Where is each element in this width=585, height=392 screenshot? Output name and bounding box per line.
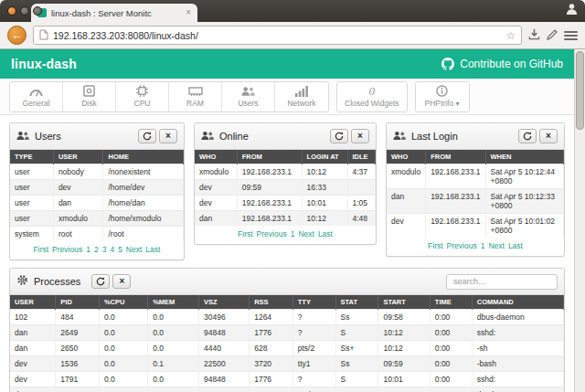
toolbar-button-phpinfo[interactable]: PHPInfo ▾ bbox=[416, 82, 469, 111]
column-header: HOME bbox=[103, 150, 184, 164]
table-cell: 4:37 bbox=[347, 164, 376, 180]
pagination-link[interactable]: 2 bbox=[94, 245, 99, 254]
table-cell: 192.168.233.1 bbox=[237, 164, 302, 180]
pagination-link[interactable]: First bbox=[428, 241, 443, 250]
window-maximize-button[interactable] bbox=[33, 6, 42, 16]
pagination-link[interactable]: Last bbox=[508, 241, 523, 250]
close-button[interactable]: × bbox=[159, 129, 177, 143]
table-row: dan26500.00.04440628pts/2Ss+10:120:00-sh bbox=[10, 341, 564, 356]
table-cell: /nonexistent bbox=[103, 164, 184, 180]
widget-users: Users × TYPEUSERHOMEusernobody/nonexiste… bbox=[9, 122, 185, 260]
tab-close-icon[interactable]: × bbox=[186, 8, 191, 17]
toolbar-button-closed-widgets[interactable]: 0 Closed Widgets bbox=[337, 82, 407, 111]
table-cell: nobody bbox=[53, 164, 103, 180]
close-button[interactable]: × bbox=[351, 129, 369, 143]
browser-tab[interactable]: linux-dash : Server Monitc × bbox=[31, 4, 197, 22]
window-close-button[interactable] bbox=[7, 6, 16, 16]
table-row: dev17920.00.1225643668pts/1Ss10:010:00-b… bbox=[10, 387, 564, 392]
tab-title: linux-dash : Server Monitc bbox=[51, 8, 181, 18]
pagination-link[interactable]: Last bbox=[145, 245, 160, 254]
refresh-button[interactable] bbox=[518, 129, 537, 143]
bookmark-star-icon[interactable]: ☆ bbox=[505, 30, 516, 41]
window-minimize-button[interactable] bbox=[20, 6, 29, 16]
table-cell: dan bbox=[53, 196, 103, 211]
pagination-link[interactable]: Previous bbox=[52, 245, 82, 254]
table-cell: 0.0 bbox=[148, 325, 199, 341]
table-body: 1024840.00.0304961264?Ss09:580:00dbus-da… bbox=[10, 310, 564, 392]
table-cell: 1776 bbox=[250, 372, 293, 387]
processes-table: USERPID%CPU%MEMVSZRSSTTYSTATSTARTTIMECOM… bbox=[10, 295, 564, 392]
table-cell: xmodulo bbox=[53, 211, 103, 227]
back-button[interactable]: ← bbox=[7, 26, 27, 45]
pagination-link[interactable]: 4 bbox=[110, 245, 114, 254]
table-cell: 16:33 bbox=[302, 180, 347, 196]
close-button[interactable]: × bbox=[539, 129, 558, 143]
chevron-down-icon: ▾ bbox=[456, 100, 460, 108]
pagination-link[interactable]: 3 bbox=[102, 245, 107, 254]
table-cell: sshd: bbox=[472, 325, 563, 341]
header-row: WHOFROMLOGIN ATIDLE bbox=[195, 150, 376, 164]
table-cell: 192.168.233.1 bbox=[426, 164, 485, 189]
close-button[interactable]: × bbox=[112, 274, 131, 289]
address-bar[interactable]: 192.168.233.203:8080/linux-dash/ ☆ bbox=[33, 26, 522, 45]
pagination-link[interactable]: Last bbox=[318, 229, 333, 238]
panel-title: Processes bbox=[34, 276, 80, 287]
toolbar-button-disk[interactable]: Disk bbox=[63, 82, 116, 111]
table-body: xmodulo192.168.233.1Sat Apr 5 10:12:44 +… bbox=[387, 164, 564, 238]
table-cell: 09:59 bbox=[378, 356, 430, 372]
table-cell: dan bbox=[10, 341, 56, 356]
pagination-link[interactable]: Next bbox=[298, 229, 314, 238]
module-toolbar: General Disk CPU RAM bbox=[0, 79, 574, 115]
pagination-link[interactable]: Next bbox=[488, 241, 504, 250]
column-header: %CPU bbox=[99, 295, 147, 310]
column-header: TIME bbox=[430, 295, 472, 310]
process-search-input[interactable] bbox=[446, 274, 558, 290]
table-cell: 10:12 bbox=[378, 325, 430, 341]
header-row: TYPEUSERHOME bbox=[10, 150, 184, 164]
page-area: linux-dash Contribute on GitHub General … bbox=[0, 49, 585, 392]
refresh-button[interactable] bbox=[138, 129, 156, 143]
table-cell: 192.168.233.1 bbox=[237, 196, 302, 211]
browser-window: linux-dash : Server Monitc × ← 192.168.2… bbox=[0, 0, 585, 392]
table-cell: Sat Apr 5 10:12:33 +0800 bbox=[485, 189, 564, 214]
github-icon bbox=[441, 58, 454, 70]
refresh-button[interactable] bbox=[330, 129, 348, 143]
toolbar-button-ram[interactable]: RAM bbox=[169, 82, 222, 111]
pagination-link[interactable]: First bbox=[34, 245, 49, 254]
table-cell: 192.168.233.1 bbox=[237, 211, 302, 227]
column-header: START bbox=[378, 295, 430, 310]
toolbar-button-general[interactable]: General bbox=[10, 82, 63, 111]
module-button-group: General Disk CPU RAM bbox=[9, 81, 329, 112]
toolbar-button-cpu[interactable]: CPU bbox=[116, 82, 169, 111]
download-icon[interactable] bbox=[528, 27, 540, 44]
table-cell: 0:00 bbox=[430, 372, 472, 387]
pagination-link[interactable]: Next bbox=[126, 245, 142, 254]
github-link[interactable]: Contribute on GitHub bbox=[441, 58, 563, 70]
scrollbar-thumb[interactable] bbox=[576, 51, 584, 130]
refresh-button[interactable] bbox=[91, 274, 110, 289]
pagination-link[interactable]: Previous bbox=[257, 229, 287, 238]
table-cell: pts/2 bbox=[292, 341, 335, 356]
table-cell: 94848 bbox=[199, 372, 250, 387]
table-cell: dev bbox=[195, 180, 237, 196]
edit-pencil-icon[interactable] bbox=[547, 27, 558, 44]
pagination-link[interactable]: 1 bbox=[291, 229, 295, 238]
pagination-link[interactable]: Previous bbox=[447, 241, 477, 250]
toolbar-button-network[interactable]: Network bbox=[275, 82, 328, 111]
scrollbar[interactable] bbox=[574, 49, 585, 392]
menu-icon[interactable] bbox=[564, 31, 578, 40]
table-cell: dan bbox=[387, 189, 426, 214]
pagination-link[interactable]: First bbox=[238, 229, 253, 238]
table-row: usernobody/nonexistent bbox=[10, 164, 184, 180]
pagination-link[interactable]: 1 bbox=[481, 241, 485, 250]
pagination-link[interactable]: 5 bbox=[118, 245, 122, 254]
toolbar-button-users[interactable]: Users bbox=[222, 82, 275, 111]
table-row: dev17910.00.0948481776?S10:010:00sshd: bbox=[10, 372, 564, 387]
table-cell: 10:12 bbox=[302, 211, 347, 227]
pagination-link[interactable]: 1 bbox=[86, 245, 90, 254]
table-row: 1024840.00.0304961264?Ss09:580:00dbus-da… bbox=[10, 310, 564, 325]
profile-icon[interactable] bbox=[566, 2, 578, 18]
header-row: USERPID%CPU%MEMVSZRSSTTYSTATSTARTTIMECOM… bbox=[10, 295, 564, 310]
table-cell: root bbox=[53, 227, 103, 242]
table-cell: 0.0 bbox=[99, 325, 147, 341]
